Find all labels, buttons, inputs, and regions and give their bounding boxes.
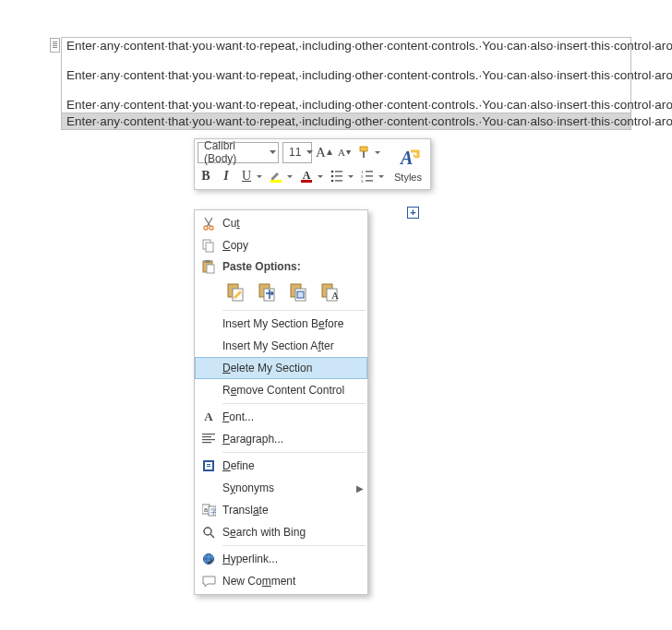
format-painter-button[interactable] (356, 142, 381, 162)
numbering-icon: 1 2 3 (361, 170, 374, 183)
paragraph[interactable]: Enter·any·content·that·you·want·to·repea… (66, 98, 626, 113)
clipboard-picture-icon (288, 282, 308, 303)
menu-define[interactable]: Define (195, 455, 367, 477)
font-color-icon: A (299, 169, 314, 184)
document-table[interactable]: Enter·any·content·that·you·want·to·repea… (61, 37, 631, 130)
grow-font-button[interactable]: A (316, 142, 332, 162)
table-cell-selected[interactable]: Enter·any·content·that·you·want·to·repea… (62, 113, 630, 129)
svg-rect-35 (202, 434, 215, 434)
svg-rect-0 (360, 147, 367, 151)
menu-insert-section-after[interactable]: Insert My Section After (195, 335, 367, 357)
styles-button[interactable]: A Styles (389, 141, 427, 187)
chevron-down-icon (306, 143, 313, 162)
paste-text-only-button[interactable]: A (317, 279, 342, 305)
paragraph[interactable]: Enter·any·content·that·you·want·to·repea… (66, 68, 626, 83)
svg-rect-16 (366, 180, 373, 181)
menu-paragraph[interactable]: Paragraph... (195, 428, 367, 450)
svg-rect-8 (335, 175, 342, 176)
highlight-icon (269, 169, 283, 184)
underline-button[interactable]: U (238, 166, 263, 186)
clipboard-brush-icon (225, 282, 246, 303)
add-row-button[interactable]: + (407, 207, 419, 219)
svg-point-7 (331, 175, 334, 178)
format-painter-icon (357, 145, 372, 160)
paste-picture-button[interactable] (285, 279, 311, 305)
paste-keep-source-button[interactable] (222, 279, 248, 305)
menu-remove-content-control[interactable]: Remove Content Control (195, 379, 367, 401)
menu-delete-section[interactable]: Delete My Section (195, 357, 367, 379)
svg-text:A: A (303, 169, 311, 182)
menu-cut[interactable]: Cut (195, 212, 367, 234)
comment-icon (195, 576, 222, 588)
menu-divider (222, 545, 366, 546)
paste-icon (195, 259, 222, 274)
font-name-combo[interactable]: Calibri (Body) (198, 142, 279, 163)
styles-icon: A (395, 146, 421, 172)
font-size-value: 11 (283, 146, 306, 159)
paragraph[interactable]: Enter·any·content·that·you·want·to·repea… (66, 39, 626, 53)
svg-text:a: a (204, 506, 208, 513)
svg-rect-37 (202, 439, 215, 440)
numbering-button[interactable]: 1 2 3 (358, 166, 385, 186)
svg-rect-1 (363, 151, 365, 158)
menu-new-comment[interactable]: New Comment (195, 570, 367, 592)
menu-divider (222, 403, 366, 404)
styles-label: Styles (394, 172, 422, 183)
svg-rect-42 (207, 466, 210, 467)
svg-rect-38 (202, 442, 211, 443)
svg-rect-14 (366, 175, 373, 176)
translate-icon: a字 (195, 504, 222, 517)
svg-point-47 (204, 528, 211, 535)
paste-merge-button[interactable] (254, 279, 280, 305)
svg-rect-2 (270, 180, 282, 183)
clipboard-text-icon: A (319, 282, 340, 303)
paragraph-icon (195, 434, 222, 445)
hyperlink-icon (195, 553, 222, 565)
chevron-down-icon (267, 143, 278, 162)
menu-font[interactable]: A Font... (195, 406, 367, 428)
content-control-handle[interactable] (50, 38, 60, 53)
svg-rect-10 (335, 180, 342, 181)
svg-text:字: 字 (210, 508, 216, 515)
menu-divider (222, 310, 366, 311)
font-name-value: Calibri (Body) (198, 139, 267, 165)
define-icon (195, 459, 222, 472)
bullets-icon (330, 170, 343, 183)
menu-copy[interactable]: Copy (195, 234, 367, 256)
context-menu: Cut Copy Paste Options: A Insert My Sect… (194, 209, 368, 595)
font-size-combo[interactable]: 11 (282, 142, 312, 163)
menu-insert-section-before[interactable]: Insert My Section Before (195, 313, 367, 335)
paragraph[interactable]: Enter·any·content·that·you·want·to·repea… (66, 114, 626, 129)
svg-rect-41 (207, 464, 210, 465)
copy-icon (195, 238, 222, 253)
svg-rect-31 (297, 291, 304, 298)
menu-synonyms[interactable]: Synonyms ▶ (195, 477, 367, 499)
svg-text:3: 3 (361, 179, 364, 183)
svg-line-48 (210, 534, 214, 538)
svg-rect-6 (335, 171, 342, 172)
table-cell[interactable]: Enter·any·content·that·you·want·to·repea… (62, 38, 630, 113)
menu-search-bing[interactable]: Search with Bing (195, 521, 367, 543)
font-color-button[interactable]: A (297, 166, 324, 186)
svg-rect-4 (301, 180, 312, 183)
svg-rect-24 (207, 265, 214, 273)
submenu-arrow-icon: ▶ (353, 483, 367, 493)
menu-divider (222, 452, 366, 453)
svg-rect-23 (205, 260, 210, 263)
bullets-button[interactable] (328, 166, 354, 186)
svg-point-19 (210, 226, 213, 230)
font-icon: A (195, 410, 222, 424)
mini-toolbar: Calibri (Body) 11 A A (194, 138, 431, 190)
shrink-font-button[interactable]: A (336, 142, 353, 162)
svg-rect-21 (206, 243, 213, 252)
svg-point-5 (331, 171, 334, 173)
highlight-button[interactable] (267, 166, 294, 186)
menu-hyperlink[interactable]: Hyperlink... (195, 548, 367, 570)
svg-rect-12 (366, 171, 373, 172)
bold-button[interactable]: B (198, 166, 214, 186)
italic-button[interactable]: I (218, 166, 234, 186)
svg-point-18 (204, 226, 208, 230)
svg-text:A: A (331, 290, 339, 301)
menu-translate[interactable]: a字 Translate (195, 499, 367, 521)
cut-icon (195, 216, 222, 231)
